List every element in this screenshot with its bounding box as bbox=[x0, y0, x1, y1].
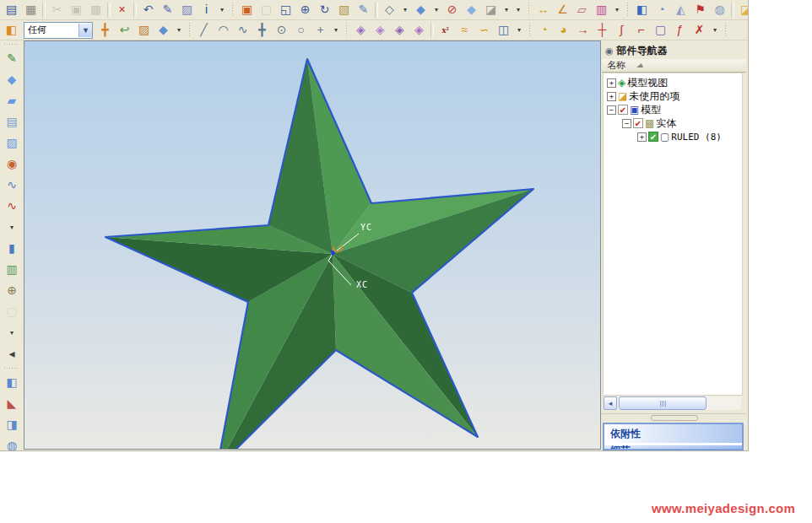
toolbar-grip[interactable] bbox=[625, 3, 630, 18]
curve-group-icon[interactable]: ◉ bbox=[3, 154, 22, 174]
offset-curve-icon[interactable]: ◔ bbox=[534, 20, 554, 40]
more-commands-dropdown[interactable]: ▾ bbox=[216, 0, 228, 19]
save-icon[interactable]: ▤ bbox=[2, 0, 21, 19]
horizontal-scrollbar[interactable]: ◂ bbox=[604, 396, 744, 411]
tree-item-label[interactable]: 未使用的项 bbox=[629, 89, 679, 104]
project-curve-icon[interactable]: → bbox=[573, 20, 593, 40]
paste-special-icon[interactable]: ▨ bbox=[134, 20, 154, 40]
sketch-icon[interactable]: ✎ bbox=[3, 49, 22, 68]
selection-scope-icon[interactable]: ◧ bbox=[2, 20, 21, 40]
boss-icon[interactable]: ▮ bbox=[3, 239, 22, 258]
checkmark-icon[interactable]: ✔ bbox=[648, 132, 658, 142]
copy-display-icon[interactable]: ▨ bbox=[177, 0, 197, 19]
datum-axis-icon[interactable]: ▰ bbox=[3, 91, 22, 111]
shaded-display-icon[interactable]: ◆ bbox=[411, 0, 430, 19]
tree-row[interactable]: +✔▢RULED (8) bbox=[604, 130, 742, 143]
studio-surface-icon[interactable]: ◈ bbox=[351, 20, 371, 40]
expander-icon[interactable]: + bbox=[607, 78, 616, 88]
stamp-icon[interactable]: ▱ bbox=[572, 0, 592, 19]
extrude-icon[interactable]: ▤ bbox=[3, 112, 22, 132]
examine-geometry-icon[interactable]: ⊕ bbox=[3, 281, 22, 300]
corner-curve-icon[interactable]: ⌐ bbox=[631, 20, 651, 40]
arc-icon[interactable]: ◠ bbox=[214, 20, 233, 40]
sheet-from-curves-icon[interactable]: ▢ bbox=[651, 20, 670, 40]
back-icon[interactable]: ◂ bbox=[3, 344, 22, 364]
zoom-icon[interactable]: ⊕ bbox=[295, 0, 315, 19]
hide-body-icon[interactable]: ⊘ bbox=[442, 0, 462, 19]
block-icon[interactable]: ◧ bbox=[3, 373, 22, 392]
tool-dropdown[interactable]: ▾ bbox=[6, 323, 18, 342]
trim-curve-icon[interactable]: ✗ bbox=[690, 20, 709, 40]
hole-icon[interactable]: ◣ bbox=[3, 394, 22, 413]
zoom-region-icon[interactable]: ◱ bbox=[276, 0, 295, 19]
inactive-tool-icon[interactable]: ▢ bbox=[3, 302, 22, 321]
dependencies-header[interactable]: 依附性 bbox=[604, 424, 742, 443]
expander-icon[interactable]: − bbox=[622, 119, 631, 128]
rotate-view-icon[interactable]: ↻ bbox=[315, 0, 334, 19]
copy-icon[interactable]: ▣ bbox=[67, 0, 86, 19]
curve-dropdown[interactable]: ▾ bbox=[330, 20, 342, 40]
circle-center-icon[interactable]: ⊙ bbox=[272, 20, 291, 40]
render-brush-icon[interactable]: ✎ bbox=[354, 0, 373, 19]
edit-pen-icon[interactable]: ✎ bbox=[158, 0, 177, 19]
circle-icon[interactable]: ○ bbox=[291, 20, 311, 40]
edit-curve-dropdown[interactable]: ▾ bbox=[709, 20, 721, 40]
expression-icon[interactable]: x² bbox=[436, 20, 455, 40]
datum-plane-icon[interactable]: ◆ bbox=[3, 70, 22, 89]
print-icon[interactable]: ▦ bbox=[21, 0, 41, 19]
expander-icon[interactable]: − bbox=[607, 105, 616, 115]
tree-row[interactable]: −✔▣模型 bbox=[604, 103, 742, 116]
expander-icon[interactable]: + bbox=[607, 92, 616, 101]
swept-surface-icon[interactable]: ◈ bbox=[371, 20, 390, 40]
section-surface-icon[interactable]: ◈ bbox=[390, 20, 409, 40]
shell-icon[interactable]: ▥ bbox=[3, 260, 22, 279]
boolean-icon[interactable]: ◍ bbox=[3, 436, 22, 451]
n-side-surface-icon[interactable]: ◈ bbox=[409, 20, 429, 40]
wireframe-display-dropdown[interactable]: ▾ bbox=[399, 0, 411, 19]
undo-icon[interactable]: ↶ bbox=[138, 0, 158, 19]
selection-filter-combo[interactable]: 任何▼ bbox=[24, 22, 93, 39]
intersection-curve-icon[interactable]: ┼ bbox=[593, 20, 612, 40]
toolbar-grip[interactable] bbox=[344, 23, 349, 38]
open-folder-icon[interactable]: ◪ bbox=[736, 0, 749, 19]
point-icon[interactable]: ╋ bbox=[252, 20, 272, 40]
details-header-partial[interactable]: 细节 bbox=[604, 445, 742, 450]
display-properties-icon[interactable]: ▥ bbox=[592, 0, 611, 19]
checkmark-icon[interactable]: ✔ bbox=[618, 105, 628, 115]
tree-row[interactable]: +◪未使用的项 bbox=[604, 89, 742, 103]
expander-icon[interactable]: + bbox=[637, 132, 647, 142]
bridge-curve-icon[interactable]: ◕ bbox=[554, 20, 573, 40]
draft-analysis-icon[interactable]: ◭ bbox=[671, 0, 690, 19]
toolbar-grip[interactable] bbox=[230, 3, 235, 18]
fit-view-icon[interactable]: ▣ bbox=[237, 0, 257, 19]
surface-dropdown[interactable]: ▾ bbox=[513, 20, 525, 40]
scrollbar-track[interactable] bbox=[618, 396, 741, 410]
plus-icon[interactable]: + bbox=[311, 20, 330, 40]
splitter-handle[interactable] bbox=[651, 415, 698, 421]
combo-dropdown-icon[interactable]: ▼ bbox=[78, 24, 92, 37]
refresh-view-icon[interactable]: ▢ bbox=[257, 0, 276, 19]
flag-analysis-icon[interactable]: ⚑ bbox=[690, 0, 710, 19]
snapshot-icon[interactable]: ▧ bbox=[334, 0, 354, 19]
toolbar-grip[interactable] bbox=[4, 366, 19, 370]
sphere-analysis-icon[interactable]: ◍ bbox=[710, 0, 729, 19]
toolbar-grip[interactable] bbox=[723, 23, 728, 38]
section-view-icon[interactable]: ◪ bbox=[481, 0, 501, 19]
curve-fit-icon[interactable]: ƒ bbox=[670, 20, 690, 40]
tree-item-label[interactable]: 模型 bbox=[641, 103, 661, 117]
line-icon[interactable]: ╱ bbox=[194, 20, 214, 40]
shaded-display-dropdown[interactable]: ▾ bbox=[430, 0, 442, 19]
feature-dropdown[interactable]: ▾ bbox=[6, 218, 18, 237]
measure-angle-icon[interactable]: ∠ bbox=[553, 0, 572, 19]
toolbar-grip[interactable] bbox=[527, 3, 531, 18]
fern-curve-icon[interactable]: ∿ bbox=[3, 197, 22, 216]
back-arrow-icon[interactable]: ↩ bbox=[115, 20, 134, 40]
wireframe-display-icon[interactable]: ◇ bbox=[380, 0, 399, 19]
gauge-analysis-icon[interactable]: ◔ bbox=[652, 0, 671, 19]
sheet-pair-icon[interactable]: ▨ bbox=[3, 133, 22, 153]
analysis-display-icon[interactable]: ◧ bbox=[632, 0, 652, 19]
measure-distance-icon[interactable]: ↔ bbox=[533, 0, 553, 19]
tree-row[interactable]: −✔▩实体 bbox=[604, 116, 742, 130]
view-layout-dropdown[interactable]: ▾ bbox=[512, 0, 524, 19]
toolbar-grip[interactable] bbox=[4, 42, 19, 46]
